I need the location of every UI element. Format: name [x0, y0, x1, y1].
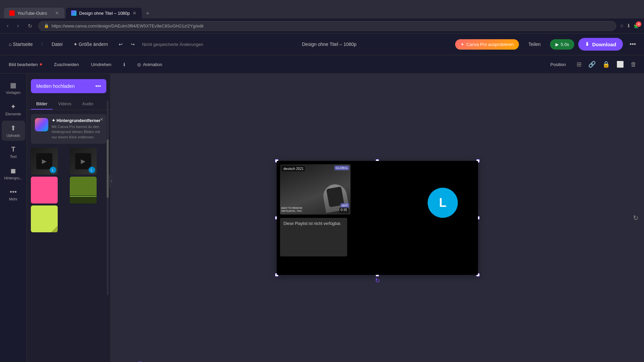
position-button[interactable]: Position — [547, 60, 569, 69]
tab-audio[interactable]: Audio — [77, 99, 99, 110]
lock-icon: 🔒 — [44, 23, 49, 28]
tab-canva-close[interactable]: ✕ — [132, 10, 137, 16]
media-item-1[interactable]: ▶ L — [31, 148, 58, 175]
browser-actions: ☆ ⬇ 🧩4 — [620, 23, 640, 29]
extension-icon[interactable]: 🧩4 — [634, 23, 640, 29]
tab-youtube[interactable]: YouTube-Outro ✕ — [4, 8, 64, 18]
sidebar-item-elemente[interactable]: ✦ Elemente — [2, 99, 25, 119]
toolbar-right-actions: ⊞ 🔗 🔒 ⬜ 🗑 — [575, 59, 639, 70]
edit-image-button[interactable]: Bild bearbeiten — [5, 60, 45, 69]
crop-button[interactable]: Zuschneiden — [51, 60, 82, 69]
animation-label: Animation — [143, 62, 162, 67]
undo-button[interactable]: ↩ — [115, 40, 126, 49]
hintergrund-label: Hintergru... — [4, 176, 22, 180]
media-grid: ▶ L ▶ L — [31, 148, 106, 232]
youtube-favicon — [9, 10, 15, 16]
tab-bilder[interactable]: Bilder — [31, 99, 53, 110]
media-item-4[interactable] — [70, 177, 97, 203]
promo-icon — [35, 118, 48, 131]
redo-button[interactable]: ↪ — [127, 40, 138, 49]
canvas-inner: GLOBAL MAT EASY TO REMOVEON PLASTIC, TOO… — [277, 161, 478, 275]
text-icon: T — [11, 145, 15, 153]
canva-pro-icon: ✦ — [461, 42, 464, 47]
lock-button[interactable]: 🔒 — [600, 59, 612, 70]
share-button[interactable]: Teilen — [523, 39, 546, 50]
resize-label: Größe ändern — [79, 42, 108, 47]
tab-videos[interactable]: Videos — [53, 99, 77, 110]
browser-chrome: YouTube-Outro ✕ Design ohne Titel – 1080… — [0, 0, 644, 18]
url-text: https://www.canva.com/design/DAEulm3fll4… — [52, 23, 204, 28]
home-icon: ⌂ — [9, 42, 11, 47]
media-item-2[interactable]: ▶ L — [70, 148, 97, 175]
sidebar-item-mehr[interactable]: ••• Mehr — [2, 185, 25, 204]
canvas-content: GLOBAL MAT EASY TO REMOVEON PLASTIC, TOO… — [111, 74, 644, 362]
address-bar[interactable]: 🔒 https://www.canva.com/design/DAEulm3fl… — [38, 21, 616, 31]
panel-tabs: Bilder Videos Audio — [27, 96, 110, 110]
forward-button[interactable]: › — [14, 21, 21, 30]
bookmark-icon[interactable]: ☆ — [620, 23, 624, 29]
canvas-frame[interactable]: GLOBAL MAT EASY TO REMOVEON PLASTIC, TOO… — [277, 161, 478, 275]
browser-tabs: YouTube-Outro ✕ Design ohne Titel – 1080… — [4, 0, 152, 18]
media-badge-2: L — [89, 167, 95, 173]
file-menu-button[interactable]: Datei — [48, 40, 66, 49]
design-title: Design ohne Titel – 1080p — [302, 42, 357, 47]
elemente-label: Elemente — [5, 112, 21, 116]
brand-badge-mat: MAT — [340, 203, 349, 208]
download-label: Download — [592, 42, 616, 47]
play-button[interactable]: ▶ 5.0s — [550, 39, 575, 50]
breadcrumb-divider: / — [42, 41, 43, 47]
media-item-5[interactable] — [31, 205, 58, 232]
download-button[interactable]: ⬇ Download — [578, 38, 623, 51]
tab-canva-label: Design ohne Titel – 1080p — [79, 11, 130, 16]
sidebar-item-text[interactable]: T Text — [2, 142, 25, 162]
brand-badge-global: GLOBAL — [334, 166, 349, 170]
frame-button[interactable]: ⬜ — [614, 59, 626, 70]
avatar-letter: L — [439, 196, 446, 210]
hintergrund-icon: ◼ — [10, 167, 16, 175]
animation-icon: ◎ — [137, 62, 141, 67]
canva-pro-label: Canva Pro ausprobieren — [466, 42, 514, 47]
new-tab-button[interactable]: + — [143, 9, 152, 18]
sidebar-item-hintergrund[interactable]: ◼ Hintergru... — [2, 163, 25, 183]
animation-button[interactable]: ◎ Animation — [134, 60, 166, 69]
play-icon: ▶ — [555, 42, 559, 47]
sidebar-item-uploads[interactable]: ⬆ Uploads — [2, 121, 25, 141]
upload-media-button[interactable]: Medien hochladen ••• — [31, 79, 106, 93]
rotate-handle[interactable]: ↻ — [375, 277, 380, 284]
download-manager-icon[interactable]: ⬇ — [627, 23, 631, 29]
mehr-icon: ••• — [10, 188, 17, 196]
home-button[interactable]: ⌂ Startseite — [5, 40, 36, 49]
tab-youtube-close[interactable]: ✕ — [55, 10, 59, 16]
delete-button[interactable]: 🗑 — [629, 59, 639, 70]
tab-youtube-label: YouTube-Outro — [17, 11, 47, 16]
tab-canva[interactable]: Design ohne Titel – 1080p ✕ — [66, 8, 142, 18]
flip-button[interactable]: Umdrehen — [88, 60, 115, 69]
promo-description: Mit Canva Pro kannst du den Hintergrund … — [52, 124, 102, 140]
main-layout: ▦ Vorlagen ✦ Elemente ⬆ Uploads T Text ◼… — [0, 74, 644, 362]
left-panel-header: Medien hochladen ••• — [27, 74, 110, 96]
promo-close-button[interactable]: ✕ — [100, 117, 104, 122]
mehr-label: Mehr — [9, 197, 17, 201]
back-button[interactable]: ‹ — [4, 21, 11, 30]
resize-button[interactable]: ✦ Größe ändern — [70, 40, 111, 49]
collapse-panel-handle[interactable]: ‹ — [109, 174, 114, 188]
refresh-icon[interactable]: ↻ — [633, 214, 639, 222]
more-options-button[interactable]: ••• — [627, 38, 639, 51]
unsaved-label: Nicht gespeicherte Änderungen — [142, 42, 203, 47]
canva-pro-button[interactable]: ✦ Canva Pro ausprobieren — [455, 39, 519, 50]
refresh-button[interactable]: ↻ — [25, 21, 35, 31]
link-button[interactable]: 🔗 — [586, 59, 598, 70]
playlist-text: Diese Playlist ist nicht verfügbar. — [283, 221, 344, 226]
play-duration: 5.0s — [561, 42, 569, 47]
canvas-toolbar: Bild bearbeiten Zuschneiden Umdrehen ℹ ◎… — [0, 55, 644, 74]
sidebar-item-vorlagen[interactable]: ▦ Vorlagen — [2, 78, 25, 98]
resize-icon: ✦ — [73, 42, 77, 47]
promo-banner: ✦ Hintergrundentferner Mit Canva Pro kan… — [31, 114, 106, 144]
grid-button[interactable]: ⊞ — [575, 59, 584, 70]
scroll-bar[interactable] — [107, 101, 109, 295]
info-button[interactable]: ℹ — [120, 60, 128, 69]
avatar[interactable]: L — [428, 188, 458, 218]
vorlagen-label: Vorlagen — [6, 90, 20, 95]
media-item-3[interactable] — [31, 177, 58, 203]
video-embed[interactable]: GLOBAL MAT EASY TO REMOVEON PLASTIC, TOO… — [280, 164, 351, 215]
